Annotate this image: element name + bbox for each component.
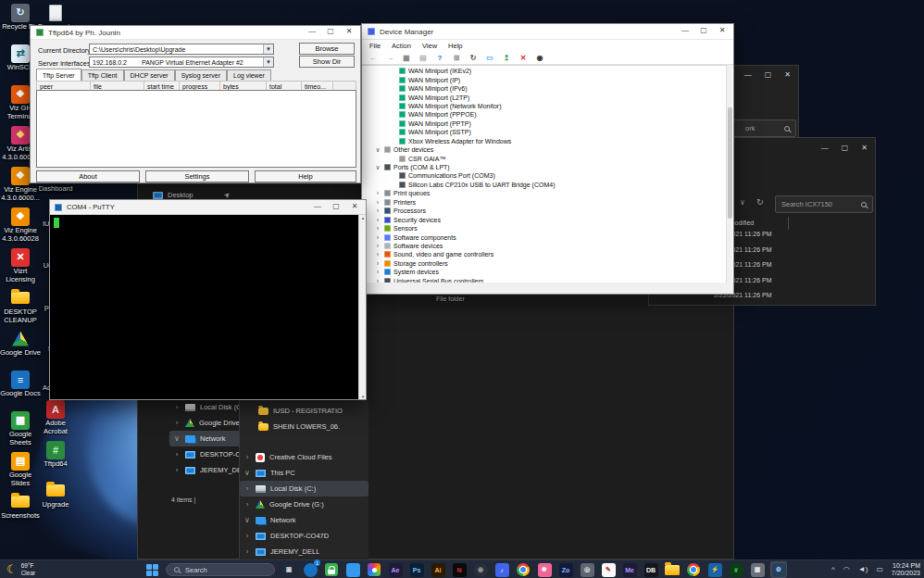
tab-tftp-server[interactable]: Tftp Server [36, 69, 81, 81]
update-driver-icon[interactable]: ↥ [501, 54, 512, 62]
scan-icon[interactable]: ◉ [534, 54, 545, 62]
scroll-up-icon[interactable]: ▴ [359, 215, 367, 220]
maximize-button[interactable]: ▢ [694, 26, 713, 34]
device-manager-icon[interactable]: ⚙ [770, 561, 787, 578]
tab-log-viewer[interactable]: Log viewer [227, 69, 271, 81]
close-button[interactable]: ✕ [784, 70, 791, 79]
chevron-down-icon[interactable]: ∨ [374, 146, 381, 154]
netflix-icon[interactable]: N [451, 561, 468, 578]
minimize-button[interactable]: — [303, 27, 321, 35]
photos-app-icon[interactable] [366, 561, 382, 578]
device-tree-item[interactable]: WAN Miniport (Network Monitor) [362, 102, 733, 110]
device-manager-scrollbar[interactable] [726, 65, 732, 283]
device-tree-item[interactable]: WAN Miniport (PPPOE) [362, 110, 733, 119]
properties-icon[interactable]: ⊞ [451, 54, 462, 62]
pink-app-icon[interactable]: ✱ [536, 561, 553, 578]
search-box[interactable]: Search ICX7150 [775, 195, 873, 213]
chevron-right-icon[interactable]: › [173, 450, 181, 459]
chevron-right-icon[interactable]: › [243, 547, 251, 556]
minimize-button[interactable]: — [308, 202, 327, 210]
chevron-right-icon[interactable]: › [173, 403, 181, 411]
device-tree-item[interactable]: CSR GAIA™ [362, 154, 733, 162]
photoshop-icon[interactable]: Ps [408, 561, 425, 578]
boxes-app-icon[interactable]: ▦ [749, 561, 766, 578]
maximize-button[interactable]: ▢ [842, 144, 849, 152]
tree-item[interactable]: ›Local Disk (C:) [240, 481, 368, 496]
help-button[interactable]: Help [255, 170, 356, 182]
combo-dropdown-icon[interactable]: ▼ [263, 57, 273, 67]
maximize-button[interactable]: ▢ [765, 70, 772, 79]
device-tree-item[interactable]: ∨Other devices [362, 145, 733, 154]
after-effects-icon[interactable]: Ae [387, 561, 404, 578]
chevron-right-icon[interactable]: › [374, 269, 381, 275]
menu-view[interactable]: View [422, 42, 437, 50]
about-button[interactable]: About [36, 170, 140, 182]
capture-pen-icon[interactable]: ✎ [600, 561, 617, 578]
camera-lens-icon[interactable]: ◉ [472, 561, 489, 578]
device-tree-item[interactable]: ›Printers [362, 198, 733, 207]
media-encoder-icon[interactable]: Me [621, 561, 638, 578]
chevron-right-icon[interactable]: › [374, 199, 381, 206]
device-tree-item[interactable]: WAN Miniport (L2TP) [362, 93, 733, 101]
minimize-button[interactable]: — [744, 70, 752, 79]
chrome-secondary-icon[interactable] [685, 561, 702, 578]
device-tree-item[interactable]: ›Universal Serial Bus controllers [362, 277, 733, 283]
menu-action[interactable]: Action [392, 42, 411, 50]
chevron-right-icon[interactable]: › [243, 453, 251, 461]
device-tree-item[interactable]: ›Sound, video and game controllers [362, 250, 733, 258]
adobe-acrobat-shortcut[interactable]: AAdobe Acrobat [35, 398, 76, 435]
hidden-icons-chevron-icon[interactable]: ^ [831, 565, 835, 573]
device-tree-item[interactable]: ›Storage controllers [362, 259, 733, 268]
close-button[interactable]: ✕ [340, 27, 358, 35]
device-tree-item[interactable]: ›Security devices [362, 215, 733, 223]
tree-item[interactable]: ›JEREMY_DELL [240, 544, 368, 559]
device-tree-item[interactable]: ›Print queues [362, 189, 733, 197]
chevron-right-icon[interactable]: › [173, 419, 181, 427]
chevron-down-icon[interactable]: ∨ [243, 469, 251, 477]
terminal-screen[interactable] [50, 215, 358, 399]
clock-widget[interactable]: 10:24 PM 7/20/2023 [892, 562, 920, 577]
tree-item[interactable]: ∨This PC [240, 465, 368, 481]
help-icon[interactable]: ? [434, 54, 445, 62]
device-tree-item[interactable]: ›Software components [362, 232, 733, 241]
events-icon[interactable]: ▭ [484, 54, 495, 62]
amazon-music-icon[interactable]: ♪ [493, 561, 510, 578]
close-button[interactable]: ✕ [713, 26, 731, 34]
device-tree-item[interactable]: Xbox Wireless Adapter for Windows [362, 137, 733, 145]
device-tree-item[interactable]: ›Sensors [362, 224, 733, 232]
chevron-right-icon[interactable]: › [374, 243, 381, 249]
tab-dhcp-server[interactable]: DHCP server [124, 69, 175, 81]
device-tree-item[interactable]: Communications Port (COM3) [362, 171, 733, 180]
device-tree-item[interactable]: ∨Ports (COM & LPT) [362, 163, 733, 171]
file-explorer-icon[interactable] [664, 561, 681, 578]
device-tree-item[interactable]: WAN Miniport (IP) [362, 75, 733, 83]
chevron-right-icon[interactable]: › [243, 532, 251, 540]
server-interfaces-combo[interactable]: 192.168.0.2 PANGP Virtual Ethernet Adapt… [89, 57, 274, 68]
chevron-right-icon[interactable]: › [374, 234, 381, 241]
file-list-item[interactable]: IUSD - REGISTRATIO [255, 403, 368, 419]
device-tree-item[interactable]: ›Processors [362, 207, 733, 215]
chevron-down-icon[interactable]: ∨ [374, 164, 381, 171]
copilot-icon[interactable]: 1 [302, 561, 318, 578]
chevron-right-icon[interactable]: › [243, 500, 251, 509]
display-app-icon[interactable] [344, 561, 361, 578]
chevron-right-icon[interactable]: › [374, 251, 381, 258]
device-tree-item[interactable]: WAN Miniport (SSTP) [362, 128, 733, 136]
device-tree-item[interactable]: Silicon Labs CP210x USB to UART Bridge (… [362, 181, 733, 189]
file-list-item[interactable]: SHEIN LOWERS_06. [255, 419, 368, 434]
network-icon[interactable]: ◠ [843, 565, 850, 573]
chevron-down-icon[interactable]: ∨ [243, 516, 251, 524]
illustrator-icon[interactable]: Ai [430, 561, 446, 578]
chrome-icon[interactable] [515, 561, 531, 578]
taskbar-search[interactable]: Search [166, 563, 275, 576]
db-app-icon[interactable]: DB [643, 561, 659, 578]
chevron-right-icon[interactable]: › [374, 190, 381, 196]
tftpd64-taskbar-icon[interactable]: # [728, 561, 744, 578]
chevron-right-icon[interactable]: › [374, 278, 381, 283]
uninstall-icon[interactable]: ✕ [518, 54, 529, 62]
putty-icon[interactable]: ⚡ [706, 561, 723, 578]
scroll-down-icon[interactable]: ▾ [359, 394, 367, 399]
refresh-icon[interactable]: ↻ [756, 197, 764, 207]
tab-tftp-client[interactable]: Tftp Client [81, 69, 124, 81]
menu-help[interactable]: Help [448, 42, 462, 50]
